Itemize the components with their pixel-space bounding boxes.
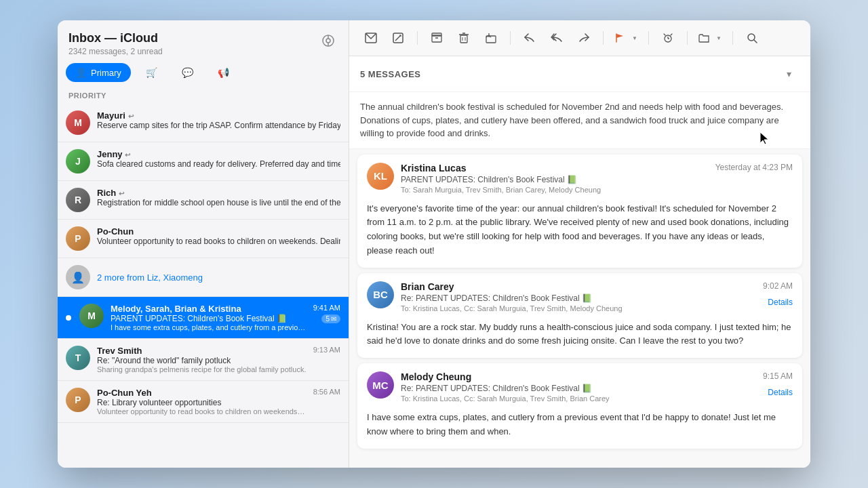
svg-rect-8 xyxy=(432,33,441,36)
person-icon: 👤 xyxy=(75,67,87,78)
msg-header-right-kristina: Yesterday at 4:23 PM xyxy=(715,163,793,172)
avatar-mayuri: M xyxy=(66,110,90,135)
email-from-pochun: Po-Chun xyxy=(97,226,340,237)
tab-messages[interactable]: 💬 xyxy=(172,63,203,82)
inbox-title-block: Inbox — iCloud 2342 messages, 2 unread xyxy=(68,31,163,56)
reply-button[interactable] xyxy=(519,27,540,49)
avatar-pochun-yeh: P xyxy=(66,388,90,412)
msg-to-melody: To: Kristina Lucas, Cc: Sarah Murguia, T… xyxy=(401,394,756,403)
promotions-icon: 📢 xyxy=(218,67,229,78)
unread-indicator xyxy=(66,315,71,321)
email-subject-trev: Re: "Around the world" family potluck xyxy=(97,356,307,365)
tab-primary[interactable]: 👤 Primary xyxy=(66,63,131,82)
email-subject-jenny: Sofa cleared customs and ready for deliv… xyxy=(97,159,340,169)
trash-button[interactable] xyxy=(453,27,475,49)
tab-promotions[interactable]: 📢 xyxy=(208,63,239,82)
email-subject-pochun: Volunteer opportunity to read books to c… xyxy=(97,237,340,246)
email-item-selected-thread[interactable]: M Melody, Sarah, Brian & Kristina PARENT… xyxy=(58,297,349,339)
filter-icon[interactable] xyxy=(319,31,338,50)
tab-primary-label: Primary xyxy=(91,68,121,78)
email-subject-pochun-yeh: Re: Library volunteer opportunities xyxy=(97,398,307,407)
email-subject-mayuri: Reserve camp sites for the trip ASAP. Co… xyxy=(97,121,340,130)
sep4 xyxy=(648,31,649,45)
email-item-rich[interactable]: R Rich ↩ Registration for middle school … xyxy=(58,181,349,220)
details-link-brian[interactable]: Details xyxy=(768,295,793,310)
email-item-mayuri[interactable]: M Mayuri ↩ Reserve camp sites for the tr… xyxy=(58,104,349,142)
sep5 xyxy=(687,31,688,45)
messages-container: KL Kristina Lucas PARENT UPDATES: Childr… xyxy=(349,149,810,468)
email-from-selected: Melody, Sarah, Brian & Kristina xyxy=(111,304,307,314)
toolbar: ▼ ▼ xyxy=(349,20,810,56)
email-content-pochun-yeh: Po-Chun Yeh Re: Library volunteer opport… xyxy=(97,388,307,415)
msg-body-brian: Kristina! You are a rock star. My buddy … xyxy=(357,318,802,359)
avatar-trev: T xyxy=(66,346,90,370)
thread-expand-button[interactable]: ▾ xyxy=(778,63,800,85)
archive-button[interactable] xyxy=(426,27,448,49)
reply-all-button[interactable] xyxy=(546,27,568,49)
email-content-pochun: Po-Chun Volunteer opportunity to read bo… xyxy=(97,226,340,251)
forward-button[interactable] xyxy=(573,27,595,49)
message-card-kristina: KL Kristina Lucas PARENT UPDATES: Childr… xyxy=(357,155,802,268)
folder-button-group[interactable]: ▼ xyxy=(696,27,724,49)
email-time-trev: 9:13 AM xyxy=(313,346,340,354)
msg-header-right-brian: 9:02 AM Details xyxy=(763,281,793,310)
more-from-text: 2 more from Liz, Xiaomeng xyxy=(97,272,203,283)
avatar-melody-msg: MC xyxy=(367,371,394,399)
move-button[interactable] xyxy=(480,27,502,49)
thread-header: 5 MESSAGES ▾ xyxy=(349,56,810,92)
email-from-pochun-yeh: Po-Chun Yeh xyxy=(97,388,307,398)
msg-body-kristina: It's everyone's favorite time of the yea… xyxy=(357,199,802,268)
email-preview-selected: I have some extra cups, plates, and cutl… xyxy=(111,323,307,331)
email-meta-selected: 9:41 AM 5 ✉ xyxy=(313,304,340,331)
more-from-item[interactable]: 👤 2 more from Liz, Xiaomeng xyxy=(58,258,349,297)
compose-button[interactable] xyxy=(387,27,409,49)
message-card-melody: MC Melody Cheung Re: PARENT UPDATES: Chi… xyxy=(357,363,802,449)
avatar-kristina-msg: KL xyxy=(367,163,394,190)
avatar-rich: R xyxy=(66,188,90,212)
search-button[interactable] xyxy=(741,27,763,49)
message-card-brian: BC Brian Carey Re: PARENT UPDATES: Child… xyxy=(357,273,802,359)
inbox-subtitle: 2342 messages, 2 unread xyxy=(68,47,163,56)
folder-dropdown[interactable]: ▼ xyxy=(713,27,724,49)
flag-button-group[interactable]: ▼ xyxy=(612,27,640,49)
msg-time-melody: 9:15 AM xyxy=(763,371,793,381)
mail-button[interactable] xyxy=(360,27,382,49)
flag-dropdown[interactable]: ▼ xyxy=(629,27,640,49)
shopping-icon: 🛒 xyxy=(146,67,157,78)
msg-subject-melody: Re: PARENT UPDATES: Children's Book Fest… xyxy=(401,384,756,393)
msg-subject-brian: Re: PARENT UPDATES: Children's Book Fest… xyxy=(401,293,756,303)
email-item-jenny[interactable]: J Jenny ↩ Sofa cleared customs and ready… xyxy=(58,142,349,181)
email-from-trev: Trev Smith xyxy=(97,346,307,356)
email-item-pochun[interactable]: P Po-Chun Volunteer opportunity to read … xyxy=(58,220,349,258)
msg-header-right-melody: 9:15 AM Details xyxy=(763,371,793,400)
folder-button[interactable] xyxy=(696,27,712,49)
email-content-selected: Melody, Sarah, Brian & Kristina PARENT U… xyxy=(111,304,307,331)
email-time-selected: 9:41 AM xyxy=(313,304,340,312)
msg-time-brian: 9:02 AM xyxy=(763,281,793,291)
bottom-spacer xyxy=(349,454,810,468)
email-item-trev[interactable]: T Trev Smith Re: "Around the world" fami… xyxy=(58,339,349,381)
email-from-mayuri: Mayuri ↩ xyxy=(97,110,340,121)
svg-rect-10 xyxy=(460,35,467,43)
flag-button[interactable] xyxy=(612,27,628,49)
messages-icon: 💬 xyxy=(182,67,193,78)
email-content-trev: Trev Smith Re: "Around the world" family… xyxy=(97,346,307,373)
email-content-rich: Rich ↩ Registration for middle school op… xyxy=(97,188,340,212)
avatar-brian-msg: BC xyxy=(367,281,394,308)
details-link-melody[interactable]: Details xyxy=(768,385,793,400)
email-content-jenny: Jenny ↩ Sofa cleared customs and ready f… xyxy=(97,149,340,174)
msg-to-kristina: To: Sarah Murguia, Trev Smith, Brian Car… xyxy=(401,186,709,194)
msg-sender-kristina: Kristina Lucas xyxy=(401,163,709,174)
msg-meta-melody: Melody Cheung Re: PARENT UPDATES: Childr… xyxy=(401,371,756,403)
tab-shopping[interactable]: 🛒 xyxy=(136,63,167,82)
msg-sender-brian: Brian Carey xyxy=(401,281,756,292)
sidebar-header: Inbox — iCloud 2342 messages, 2 unread xyxy=(58,20,349,63)
email-item-pochun-yeh[interactable]: P Po-Chun Yeh Re: Library volunteer oppo… xyxy=(58,381,349,423)
priority-section-label: PRIORITY xyxy=(58,89,349,104)
sidebar: Inbox — iCloud 2342 messages, 2 unread 👤… xyxy=(58,20,349,468)
email-content-mayuri: Mayuri ↩ Reserve camp sites for the trip… xyxy=(97,110,340,135)
messages-count: 5 MESSAGES xyxy=(360,69,421,79)
sep3 xyxy=(603,31,604,45)
message-header-kristina: KL Kristina Lucas PARENT UPDATES: Childr… xyxy=(357,155,802,199)
remind-button[interactable] xyxy=(657,27,679,49)
